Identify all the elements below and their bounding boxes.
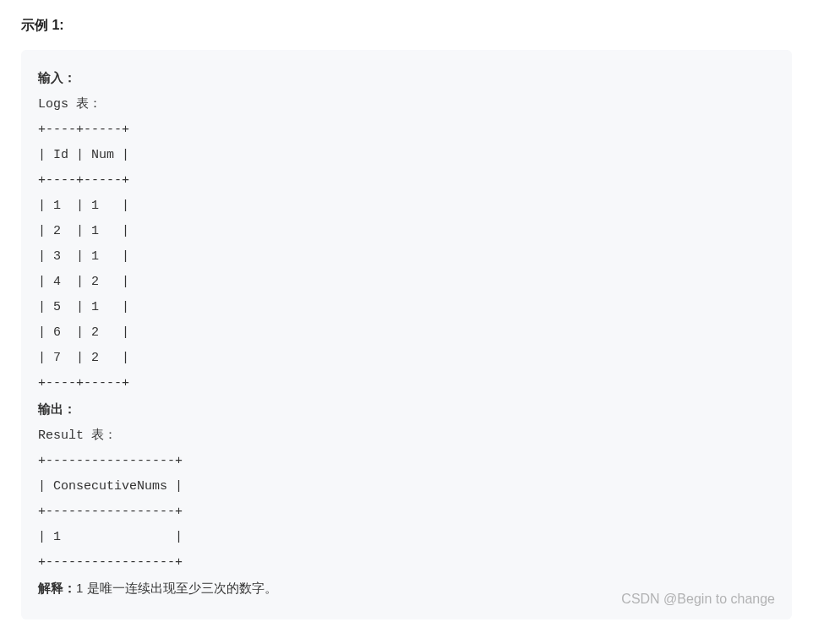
table-row: | 4 | 2 | <box>38 275 129 289</box>
example-code-block: 输入： Logs 表： +----+-----+ | Id | Num | +-… <box>21 50 792 619</box>
input-border-bottom: +----+-----+ <box>38 376 129 390</box>
output-border-bottom: +-----------------+ <box>38 555 183 570</box>
table-row: | 1 | 1 | <box>38 199 129 213</box>
table-row: | 2 | 1 | <box>38 224 129 238</box>
output-table-name: Result 表： <box>38 428 117 443</box>
explanation-text: 1 是唯一连续出现至少三次的数字。 <box>76 581 277 595</box>
table-row: | 6 | 2 | <box>38 325 129 340</box>
output-header: | ConsecutiveNums | <box>38 479 183 494</box>
input-border-mid: +----+-----+ <box>38 173 129 188</box>
input-label: 输入： <box>38 70 76 85</box>
code-content: 输入： Logs 表： +----+-----+ | Id | Num | +-… <box>38 65 775 603</box>
explain-label: 解释： <box>38 581 76 595</box>
table-row: | 7 | 2 | <box>38 351 129 365</box>
input-table-name: Logs 表： <box>38 97 101 112</box>
table-row: | 3 | 1 | <box>38 249 129 264</box>
input-border-top: +----+-----+ <box>38 123 129 137</box>
table-row: | 5 | 1 | <box>38 300 129 314</box>
output-border-top: +-----------------+ <box>38 454 183 468</box>
example-title: 示例 1: <box>21 17 792 35</box>
output-border-mid: +-----------------+ <box>38 505 183 519</box>
table-row: | 1 | <box>38 530 183 544</box>
output-label: 输出： <box>38 401 76 416</box>
input-header: | Id | Num | <box>38 148 129 162</box>
